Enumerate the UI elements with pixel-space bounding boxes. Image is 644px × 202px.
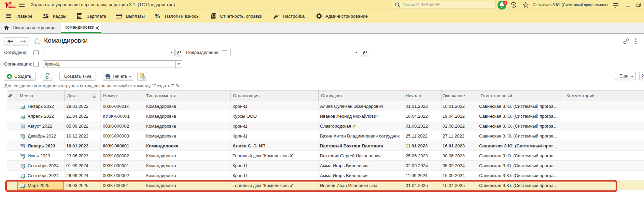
svg-text:7: 7	[504, 1, 506, 5]
